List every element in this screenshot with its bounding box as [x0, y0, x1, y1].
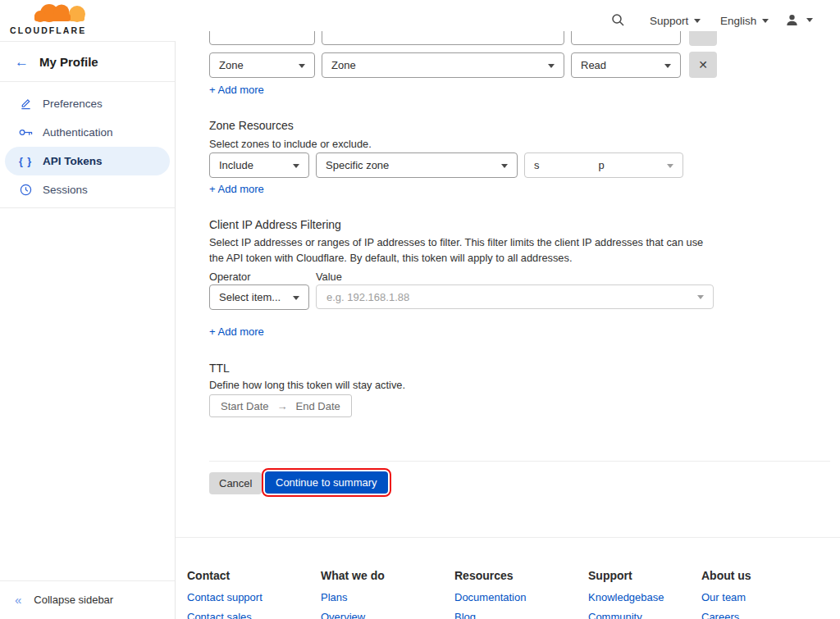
sidebar-item-api-tokens[interactable]: { } API Tokens — [0, 147, 175, 175]
search-icon[interactable] — [611, 13, 625, 30]
footer-column-support: Support Knowledgebase Community — [588, 569, 664, 619]
chevron-down-icon — [697, 295, 704, 299]
start-date-label: Start Date — [221, 400, 269, 412]
cloudflare-cloud-icon — [30, 3, 89, 25]
add-zone-link[interactable]: + Add more — [209, 183, 264, 195]
action-highlight-ring: Continue to summary — [262, 468, 391, 497]
footer-column-title: Resources — [454, 569, 526, 582]
collapse-sidebar-label: Collapse sidebar — [34, 594, 113, 606]
chevron-down-icon — [664, 64, 671, 68]
key-icon — [17, 128, 34, 137]
support-menu[interactable]: Support — [650, 15, 701, 27]
footer-link-knowledgebase[interactable]: Knowledgebase — [588, 591, 664, 603]
sidebar-divider — [0, 580, 175, 581]
permission-category-value: Zone — [331, 59, 356, 71]
footer-link-our-team[interactable]: Our team — [701, 591, 751, 603]
language-menu-label: English — [720, 15, 756, 27]
add-ip-filter-link[interactable]: + Add more — [209, 325, 264, 338]
arrow-right-icon: → — [277, 400, 288, 412]
remove-permission-button-partial[interactable] — [689, 31, 717, 46]
permission-scope-dropdown[interactable]: Zone — [209, 52, 315, 78]
footer-link-contact-support[interactable]: Contact support — [187, 591, 262, 603]
footer-column-title: About us — [701, 569, 751, 582]
sidebar: ← My Profile Preferences Authentication … — [0, 41, 176, 619]
footer-column-title: Support — [588, 569, 664, 582]
chevron-down-icon — [694, 19, 701, 23]
language-menu[interactable]: English — [720, 15, 769, 27]
chevron-down-icon — [299, 64, 305, 68]
chevron-down-icon — [293, 164, 299, 168]
value-label: Value — [316, 271, 342, 283]
zone-scope-value: Specific zone — [326, 159, 389, 171]
sidebar-item-preferences[interactable]: Preferences — [0, 89, 175, 118]
zone-resources-description: Select zones to include or exclude. — [209, 137, 372, 152]
date-range-picker[interactable]: Start Date → End Date — [209, 394, 352, 417]
footer-link-blog[interactable]: Blog — [454, 611, 526, 619]
add-permission-link[interactable]: + Add more — [209, 84, 264, 96]
zone-name-dropdown[interactable]: s p — [524, 152, 683, 178]
chevron-down-icon — [548, 64, 555, 68]
chevron-down-icon — [501, 164, 508, 168]
operator-label: Operator — [209, 271, 251, 283]
support-menu-label: Support — [650, 15, 688, 27]
brand-wordmark: CLOUDFLARE — [10, 25, 90, 35]
permission-access-dropdown-partial[interactable] — [571, 31, 681, 45]
footer-link-overview[interactable]: Overview — [321, 611, 385, 619]
sidebar-divider — [0, 207, 175, 208]
footer-column-what-we-do: What we do Plans Overview — [321, 569, 385, 619]
end-date-label: End Date — [296, 400, 340, 412]
permission-scope-value: Zone — [219, 59, 244, 71]
footer-divider — [176, 537, 840, 538]
footer-link-careers[interactable]: Careers — [701, 611, 751, 619]
ip-filtering-title: Client IP Address Filtering — [209, 218, 341, 231]
back-arrow-icon[interactable]: ← — [15, 55, 29, 69]
sidebar-item-authentication[interactable]: Authentication — [0, 118, 175, 147]
zone-operator-value: Include — [219, 159, 253, 171]
remove-permission-button[interactable]: ✕ — [689, 52, 717, 78]
actions-divider — [209, 461, 830, 462]
top-header — [0, 0, 840, 31]
ip-value-field — [316, 284, 714, 309]
ip-filtering-description: Select IP addresses or ranges of IP addr… — [209, 235, 719, 266]
user-menu[interactable] — [785, 13, 813, 27]
sidebar-item-label: Preferences — [43, 98, 103, 110]
ip-value-input[interactable] — [316, 284, 714, 309]
cloudflare-logo[interactable]: CLOUDFLARE — [10, 3, 90, 38]
footer-link-documentation[interactable]: Documentation — [454, 591, 526, 603]
braces-icon: { } — [17, 156, 34, 167]
collapse-sidebar-button[interactable]: « Collapse sidebar — [0, 588, 175, 611]
footer-link-community[interactable]: Community — [588, 611, 664, 619]
footer-link-contact-sales[interactable]: Contact sales — [187, 611, 262, 619]
ttl-description: Define how long this token will stay act… — [209, 378, 405, 394]
ip-operator-dropdown[interactable]: Select item... — [209, 284, 309, 310]
footer-link-plans[interactable]: Plans — [321, 591, 385, 603]
cancel-button[interactable]: Cancel — [209, 472, 262, 494]
permission-scope-dropdown-partial[interactable] — [209, 31, 315, 45]
chevron-down-icon — [762, 19, 769, 23]
zone-name-value-start: s — [534, 159, 540, 171]
permission-category-dropdown-partial[interactable] — [322, 31, 564, 45]
chevron-down-icon — [293, 296, 299, 300]
clock-icon — [17, 184, 34, 196]
permission-access-value: Read — [581, 59, 606, 71]
chevron-down-icon — [667, 164, 673, 168]
continue-to-summary-button[interactable]: Continue to summary — [265, 471, 388, 494]
sidebar-item-label: Sessions — [43, 184, 88, 196]
ttl-title: TTL — [209, 362, 230, 375]
footer-column-title: Contact — [187, 569, 262, 582]
permission-access-dropdown[interactable]: Read — [571, 52, 681, 78]
zone-name-value-end: p — [599, 159, 605, 171]
sidebar-header: ← My Profile — [0, 42, 175, 82]
zone-scope-dropdown[interactable]: Specific zone — [316, 152, 518, 178]
footer-column-resources: Resources Documentation Blog — [454, 569, 526, 619]
sidebar-item-sessions[interactable]: Sessions — [0, 175, 175, 204]
permission-category-dropdown[interactable]: Zone — [322, 52, 564, 78]
chevrons-left-icon: « — [15, 594, 21, 606]
zone-operator-dropdown[interactable]: Include — [209, 152, 309, 178]
chevron-down-icon — [806, 18, 813, 22]
ip-operator-value: Select item... — [219, 291, 281, 303]
page-title: My Profile — [39, 55, 98, 69]
user-icon — [785, 13, 799, 27]
close-icon: ✕ — [698, 58, 708, 71]
footer-column-contact: Contact Contact support Contact sales — [187, 569, 262, 619]
